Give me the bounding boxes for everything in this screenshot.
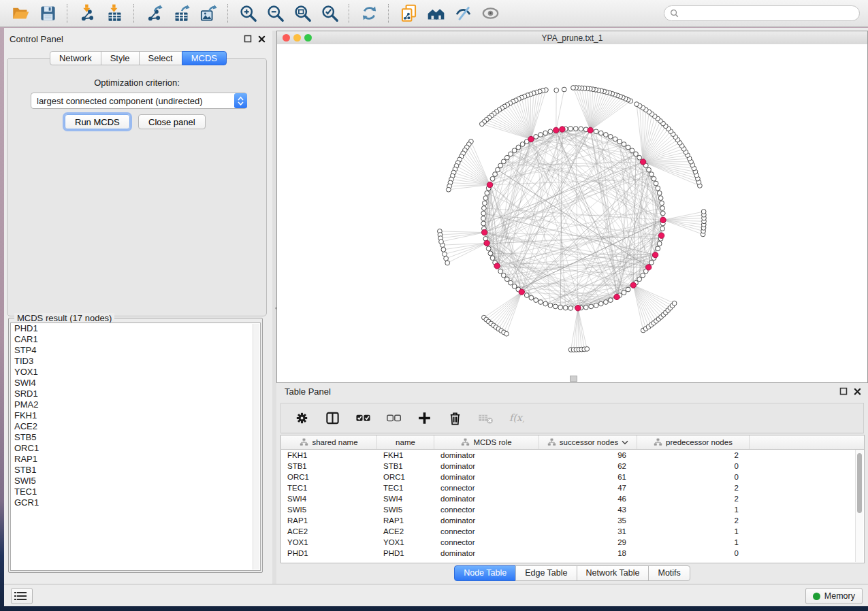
table-tab-edge-table[interactable]: Edge Table [515,565,577,581]
table-cell: 2 [637,515,750,526]
mcds-list-scrollbar[interactable] [253,324,259,569]
mcds-result-item[interactable]: FKH1 [11,410,260,421]
column-header[interactable]: successor nodes [539,435,637,449]
table-cell: connector [434,482,539,493]
column-header[interactable]: shared name [281,435,377,449]
hide-panel-icon[interactable] [451,3,475,24]
zoom-selected-icon[interactable] [318,3,341,24]
table-cell: dominator [434,493,539,504]
table-toolbar: f(x) [280,403,864,433]
network-overview-icon[interactable] [424,3,447,24]
task-history-button[interactable] [11,588,33,604]
import-table-icon[interactable] [103,3,126,24]
float-table-panel-icon[interactable] [839,387,848,395]
network-canvas[interactable] [277,44,867,382]
mcds-result-item[interactable]: STB5 [11,432,260,443]
svg-text:f(x): f(x) [509,412,524,423]
control-panel-title: Control Panel [10,34,63,44]
tab-select[interactable]: Select [139,51,182,65]
close-panel-icon[interactable] [258,35,266,43]
mcds-result-item[interactable]: PMA2 [11,399,260,410]
settings-gear-icon[interactable] [292,409,311,428]
mcds-result-item[interactable]: GCR1 [11,497,260,508]
mcds-result-item[interactable]: CAR1 [11,334,260,345]
export-network-icon[interactable] [142,3,165,24]
table-cell: TEC1 [377,482,434,493]
zoom-out-icon[interactable] [263,3,287,24]
zoom-fit-icon[interactable] [291,3,314,24]
refresh-layout-icon[interactable] [357,3,381,24]
table-row[interactable]: TEC1TEC1connector472 [281,482,864,493]
run-mcds-button[interactable]: Run MCDS [65,114,130,129]
table-scrollbar[interactable] [855,450,863,562]
table-cell: 43 [539,504,637,515]
function-builder-icon[interactable]: f(x) [507,409,526,428]
open-file-icon[interactable] [9,3,32,24]
table-row[interactable]: YOX1YOX1connector291 [281,537,864,548]
criterion-select[interactable]: largest connected component (undirected) [31,93,247,109]
network-graph[interactable] [277,44,867,382]
memory-button[interactable]: Memory [805,588,863,604]
table-row[interactable]: ORC1ORC1dominator610 [281,472,864,482]
mcds-result-item[interactable]: TID3 [11,356,260,367]
search-input[interactable] [682,8,854,19]
tab-network[interactable]: Network [50,51,101,65]
column-header[interactable]: predecessor nodes [637,435,750,449]
table-tab-motifs[interactable]: Motifs [648,565,690,581]
desktop: Control Panel NetworkStyleSelectMCDS Opt… [0,0,868,611]
mcds-result-item[interactable]: YOX1 [11,367,260,378]
column-visibility-icon[interactable] [323,409,342,428]
table-cell: 61 [539,472,637,482]
mcds-result-item[interactable]: SWI4 [11,378,260,389]
clone-network-icon[interactable] [397,3,420,24]
zoom-in-icon[interactable] [236,3,259,24]
horizontal-splitter-grip[interactable] [570,376,577,382]
delete-table-icon[interactable] [476,409,495,428]
table-scrollbar-thumb[interactable] [857,453,862,513]
table-tab-network-table[interactable]: Network Table [577,565,649,581]
table-row[interactable]: SWI5SWI5connector431 [281,504,864,515]
table-panel-title: Table Panel [285,386,331,397]
show-panel-icon[interactable] [479,3,502,24]
table-cell: 1 [637,504,750,515]
mcds-result-item[interactable]: ACE2 [11,421,260,432]
mcds-result-item[interactable]: RAP1 [11,454,260,465]
table-row[interactable]: RAP1RAP1dominator352 [281,515,864,526]
add-column-icon[interactable] [415,409,434,428]
mcds-result-item[interactable]: ORC1 [11,443,260,454]
export-table-icon[interactable] [170,3,193,24]
table-row[interactable]: ACE2ACE2connector311 [281,526,864,537]
save-session-icon[interactable] [36,3,59,24]
table-cell: 1 [637,526,750,537]
table-cell: 2 [637,450,750,461]
node-table-header: shared namenameMCDS rolesuccessor nodesp… [281,435,864,450]
select-all-checks-icon[interactable] [353,409,372,428]
table-cell: 29 [539,537,637,548]
mcds-result-item[interactable]: SWI5 [11,476,260,486]
column-header[interactable]: name [377,435,434,449]
mcds-result-item[interactable]: SRD1 [11,389,260,399]
tab-style[interactable]: Style [101,51,140,65]
control-panel-header: Control Panel [4,31,272,47]
tab-mcds[interactable]: MCDS [182,51,227,65]
table-row[interactable]: PHD1PHD1dominator180 [281,548,864,559]
close-panel-button[interactable]: Close panel [138,114,206,129]
table-tab-node-table[interactable]: Node Table [454,565,516,581]
status-bar: Memory [4,584,868,606]
table-cell: dominator [434,548,539,559]
mcds-result-item[interactable]: TEC1 [11,486,260,497]
export-image-icon[interactable] [197,3,220,24]
mcds-result-item[interactable]: STB1 [11,465,260,476]
table-row[interactable]: SWI4SWI4dominator462 [281,493,864,504]
float-panel-icon[interactable] [244,35,252,43]
deselect-all-checks-icon[interactable] [384,409,403,428]
table-row[interactable]: FKH1FKH1dominator962 [281,450,864,461]
mcds-result-item[interactable]: PHD1 [11,323,260,334]
delete-column-icon[interactable] [445,409,464,428]
column-header[interactable]: MCDS role [434,435,539,449]
table-row[interactable]: STB1STB1dominator620 [281,461,864,472]
network-titlebar: YPA_prune.txt_1 [277,31,867,45]
close-table-panel-icon[interactable] [854,388,861,395]
mcds-result-item[interactable]: STP4 [11,345,260,356]
import-network-icon[interactable] [76,3,99,24]
